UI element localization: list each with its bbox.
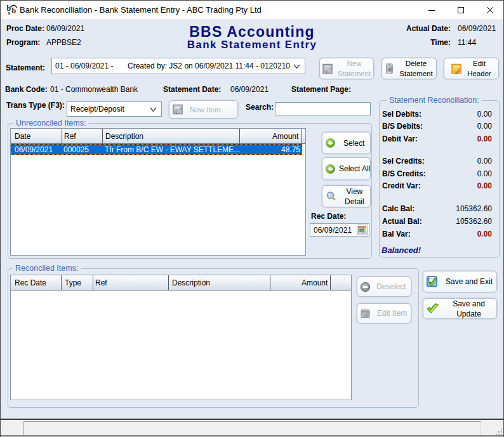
svg-text:b: b [12,6,17,15]
svg-text:s: s [8,10,11,15]
